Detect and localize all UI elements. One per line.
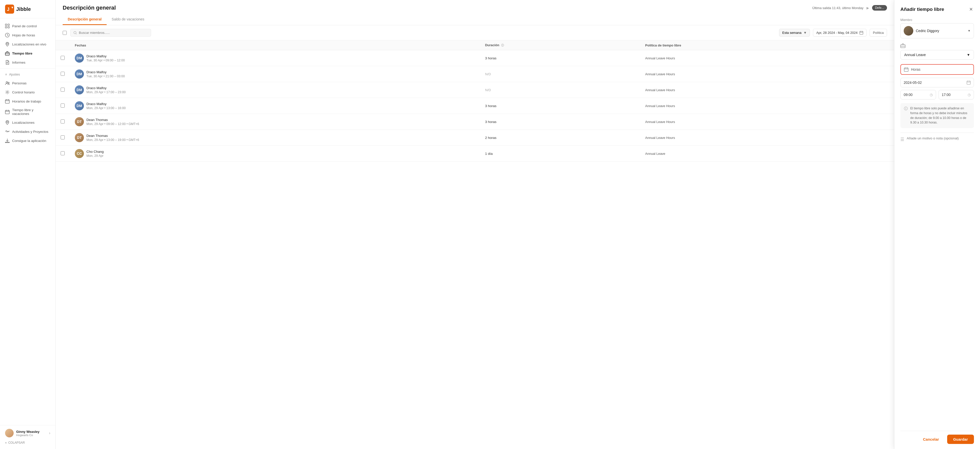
time-start-input[interactable]: 09:00 ◷ bbox=[900, 90, 936, 100]
member-name: Draco Malfoy bbox=[86, 70, 125, 74]
duration-cell: 3 horas bbox=[480, 98, 640, 114]
user-avatar bbox=[5, 429, 14, 437]
member-name: Dean Thomas bbox=[86, 118, 139, 122]
duration-text: N/D bbox=[485, 88, 491, 92]
svg-rect-4 bbox=[8, 24, 10, 25]
row-checkbox[interactable] bbox=[60, 72, 65, 76]
row-checkbox[interactable] bbox=[60, 151, 65, 155]
tab-balance[interactable]: Saldo de vacaciones bbox=[107, 15, 150, 25]
table-row: DM Draco Malfoy Tue, 30 Apr • 21:00 – 03… bbox=[56, 66, 894, 82]
row-checkbox[interactable] bbox=[60, 135, 65, 140]
time-end-value: 17:00 bbox=[942, 93, 951, 97]
logo-text: Jibble bbox=[16, 6, 31, 12]
member-label: Miembro bbox=[900, 18, 974, 22]
sidebar-item-personas[interactable]: Personas bbox=[0, 79, 55, 87]
svg-rect-3 bbox=[5, 24, 7, 25]
th-duration: Duración ⓘ bbox=[480, 40, 640, 50]
duration-cell: N/D bbox=[480, 82, 640, 98]
th-dates: Fechas bbox=[70, 40, 480, 50]
row-checkbox[interactable] bbox=[60, 103, 65, 108]
date-range-text: Apr, 28 2024 - May, 04 2024 bbox=[816, 31, 858, 35]
table-row: DM Draco Malfoy Tue, 30 Apr • 09:00 – 12… bbox=[56, 50, 894, 66]
jibble-logo-icon: J bbox=[5, 5, 14, 14]
info-box: ⓘ El tiempo libre solo puede añadirse en… bbox=[900, 103, 974, 128]
sidebar-item-tiempo-libre[interactable]: Tiempo libre bbox=[0, 49, 55, 58]
toolbar-right: Esta semana ▼ Apr, 28 2024 - May, 04 202… bbox=[779, 29, 887, 36]
toolbar: Esta semana ▼ Apr, 28 2024 - May, 04 202… bbox=[56, 25, 894, 40]
row-checkbox[interactable] bbox=[60, 87, 65, 92]
sidebar-item-actividades[interactable]: Actividades y Proyectos bbox=[0, 127, 55, 136]
svg-rect-5 bbox=[5, 27, 7, 28]
date-range[interactable]: Apr, 28 2024 - May, 04 2024 bbox=[813, 29, 867, 36]
sidebar-item-control[interactable]: Control horario bbox=[0, 87, 55, 97]
member-avatar: DM bbox=[75, 54, 84, 63]
panel-footer: Cancelar Guardar bbox=[900, 431, 974, 444]
duration-text: 1 día bbox=[485, 152, 493, 155]
week-selector[interactable]: Esta semana ▼ bbox=[779, 29, 810, 36]
location-icon bbox=[5, 42, 10, 46]
sidebar-item-hojas[interactable]: Hojas de horas bbox=[0, 30, 55, 40]
logo-area[interactable]: J Jibble bbox=[0, 0, 55, 18]
grid-icon bbox=[5, 24, 10, 28]
sidebar-item-horarios[interactable]: Horarios de trabajo bbox=[0, 97, 55, 106]
member-avatar: CC bbox=[75, 149, 84, 158]
policy-text: Annual Leave Hours bbox=[645, 136, 675, 140]
mode-selector-row[interactable]: Horas bbox=[900, 64, 974, 75]
svg-rect-0 bbox=[5, 5, 14, 14]
sidebar-item-app[interactable]: Consigue la aplicación bbox=[0, 136, 55, 145]
sidebar-item-panel[interactable]: Panel de control bbox=[0, 21, 55, 30]
member-dates-cell: DM Draco Malfoy Tue, 30 Apr • 21:00 – 03… bbox=[70, 66, 480, 82]
sidebar-item-label: Horarios de trabajo bbox=[12, 100, 41, 103]
sidebar-item-localizaciones[interactable]: Localizaciones bbox=[0, 118, 55, 127]
leave-table: Fechas Duración ⓘ Política de tiempo lib… bbox=[56, 40, 894, 162]
time-row: 09:00 ◷ 17:00 ◷ bbox=[900, 90, 974, 100]
people-icon bbox=[5, 81, 10, 86]
note-input[interactable] bbox=[907, 136, 974, 140]
close-button[interactable]: ✕ bbox=[968, 6, 974, 13]
collapse-button[interactable]: « COLAPSAR bbox=[5, 440, 50, 446]
leave-type-section: Annual Leave ▼ bbox=[900, 43, 974, 60]
member-avatar bbox=[904, 26, 913, 36]
defer-badge[interactable]: Defe... bbox=[872, 5, 887, 11]
user-profile[interactable]: Ginny Weasley Hogwarts Co › bbox=[5, 429, 50, 437]
dropdown-arrow-icon: ▼ bbox=[967, 29, 970, 33]
leave-type-select[interactable]: Annual Leave ▼ bbox=[900, 50, 974, 60]
policy-cell: Annual Leave Hours bbox=[640, 82, 894, 98]
sidebar-item-tiempo-vacaciones[interactable]: Tiempo libre y vacaciones bbox=[0, 106, 55, 118]
table-body: DM Draco Malfoy Tue, 30 Apr • 09:00 – 12… bbox=[56, 50, 894, 162]
member-dates-cell: CC Cho Chang Mon, 29 Apr bbox=[70, 146, 480, 162]
select-all-checkbox[interactable] bbox=[63, 31, 67, 35]
date-input[interactable]: 2024-05-02 bbox=[900, 78, 974, 87]
sidebar-item-informes[interactable]: Informes bbox=[0, 58, 55, 67]
dates-text: Tue, 30 Apr • 21:00 – 03:00 bbox=[86, 75, 125, 78]
row-checkbox[interactable] bbox=[60, 119, 65, 124]
politica-button[interactable]: Política bbox=[870, 29, 887, 36]
search-box[interactable] bbox=[70, 29, 151, 36]
last-sync-text: Última salida 11:43, último Monday bbox=[812, 6, 863, 10]
save-button[interactable]: Guardar bbox=[947, 435, 974, 444]
member-name: Draco Malfoy bbox=[86, 86, 126, 90]
tab-overview[interactable]: Descripción general bbox=[63, 15, 107, 25]
th-check bbox=[56, 40, 70, 50]
ajustes-label: Ajustes bbox=[9, 73, 20, 76]
policy-cell: Annual Leave Hours bbox=[640, 114, 894, 130]
collapse-icon: « bbox=[5, 441, 7, 444]
row-checkbox[interactable] bbox=[60, 56, 65, 60]
svg-point-13 bbox=[6, 82, 8, 83]
search-input[interactable] bbox=[79, 31, 148, 35]
member-name: Draco Malfoy bbox=[86, 54, 125, 58]
sidebar-item-localizaciones-vivo[interactable]: Localizaciones en vivo bbox=[0, 40, 55, 49]
dates-text: Mon, 29 Apr • 17:00 – 23:00 bbox=[86, 90, 126, 94]
map-icon bbox=[5, 120, 10, 125]
defer-label: Defe... bbox=[875, 6, 884, 10]
policy-cell: Annual Leave Hours bbox=[640, 98, 894, 114]
member-select-dropdown[interactable]: Cedric Diggory ▼ bbox=[900, 23, 974, 38]
member-dates-cell: DM Draco Malfoy Tue, 30 Apr • 09:00 – 12… bbox=[70, 50, 480, 66]
ajustes-section[interactable]: ∧ Ajustes bbox=[0, 70, 55, 79]
info-icon: ⓘ bbox=[501, 44, 504, 47]
member-avatar: DM bbox=[75, 101, 84, 110]
cancel-button[interactable]: Cancelar bbox=[918, 435, 943, 444]
duration-text: 2 horas bbox=[485, 136, 496, 140]
time-end-input[interactable]: 17:00 ◷ bbox=[939, 90, 974, 100]
tab-label: Descripción general bbox=[68, 17, 102, 21]
